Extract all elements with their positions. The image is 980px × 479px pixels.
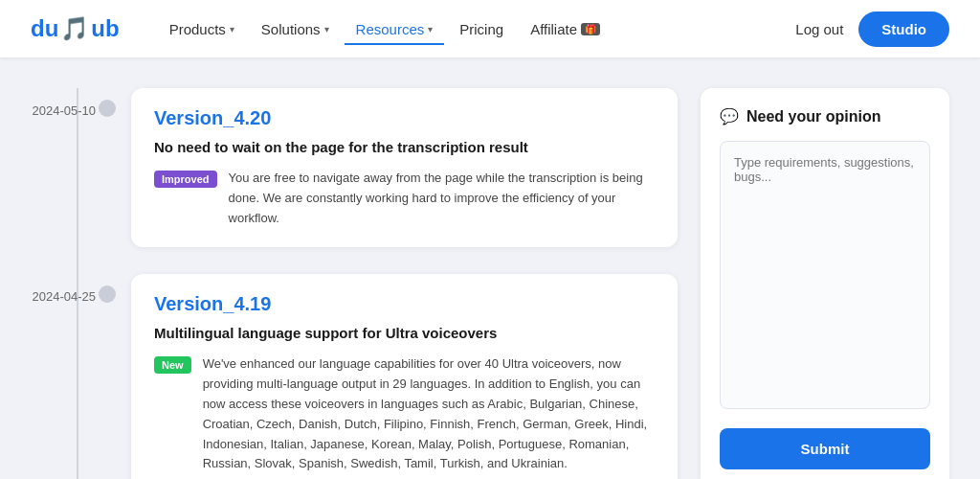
version-label-2: Version_4.19 xyxy=(154,293,655,315)
logo-icon: 🎵 xyxy=(60,15,89,42)
badge-improved-1: Improved xyxy=(154,171,217,188)
sidebar: 💬 Need your opinion Submit xyxy=(701,88,949,479)
timeline-dot-1 xyxy=(99,100,116,117)
affiliate-badge-icon: 🎁 xyxy=(581,23,600,35)
card-title-1: No need to wait on the page for the tran… xyxy=(154,139,655,155)
version-label-1: Version_4.20 xyxy=(154,107,655,129)
card-description-2: We've enhanced our language capabilities… xyxy=(203,354,655,474)
affiliate-label: Affiliate xyxy=(530,21,577,37)
products-label: Products xyxy=(169,21,226,37)
timeline-entry-2: 2024-04-25 Version_4.19 Multilingual lan… xyxy=(31,274,678,479)
logo-text2: ub xyxy=(91,15,119,42)
timeline-entry-1: 2024-05-10 Version_4.20 No need to wait … xyxy=(31,88,678,247)
opinion-icon: 💬 xyxy=(720,107,739,125)
timeline-card-1: Version_4.20 No need to wait on the page… xyxy=(131,88,678,247)
nav-right: Log out Studio xyxy=(795,11,949,47)
logout-button[interactable]: Log out xyxy=(795,21,843,37)
timeline-dot-2 xyxy=(99,285,116,303)
submit-button[interactable]: Submit xyxy=(720,428,930,469)
card-title-2: Multilingual language support for Ultra … xyxy=(154,325,655,341)
timeline-section: 2024-05-10 Version_4.20 No need to wait … xyxy=(0,88,678,479)
timeline-date-1: 2024-05-10 xyxy=(31,88,107,118)
card-description-1: You are free to navigate away from the p… xyxy=(229,169,655,228)
card-body-1: Improved You are free to navigate away f… xyxy=(154,169,655,228)
main-content: 2024-05-10 Version_4.20 No need to wait … xyxy=(0,57,980,479)
nav-links: Products ▾ Solutions ▾ Resources ▾ Prici… xyxy=(158,13,796,45)
products-chevron-icon: ▾ xyxy=(230,24,234,34)
opinion-title-text: Need your opinion xyxy=(746,108,880,125)
nav-item-solutions[interactable]: Solutions ▾ xyxy=(250,13,341,45)
logo-text: du xyxy=(31,15,58,42)
opinion-card: 💬 Need your opinion Submit xyxy=(701,88,949,479)
resources-chevron-icon: ▾ xyxy=(428,24,433,34)
nav-item-products[interactable]: Products ▾ xyxy=(158,13,246,45)
navigation: du🎵ub Products ▾ Solutions ▾ Resources ▾… xyxy=(0,0,980,57)
nav-item-pricing[interactable]: Pricing xyxy=(448,13,515,45)
badge-new-2: New xyxy=(154,356,191,374)
solutions-chevron-icon: ▾ xyxy=(324,24,329,34)
opinion-title: 💬 Need your opinion xyxy=(720,107,930,125)
resources-label: Resources xyxy=(356,21,425,37)
pricing-label: Pricing xyxy=(459,21,503,37)
solutions-label: Solutions xyxy=(261,21,321,37)
nav-item-affiliate[interactable]: Affiliate 🎁 xyxy=(519,13,612,45)
nav-item-resources[interactable]: Resources ▾ xyxy=(345,13,445,45)
opinion-textarea[interactable] xyxy=(720,141,930,409)
logo[interactable]: du🎵ub xyxy=(31,15,120,42)
studio-button[interactable]: Studio xyxy=(858,11,949,47)
card-body-2: New We've enhanced our language capabili… xyxy=(154,354,655,474)
timeline-date-2: 2024-04-25 xyxy=(31,274,107,304)
timeline-card-2: Version_4.19 Multilingual language suppo… xyxy=(131,274,678,479)
